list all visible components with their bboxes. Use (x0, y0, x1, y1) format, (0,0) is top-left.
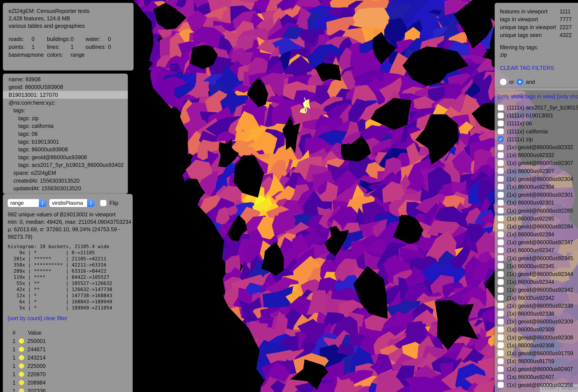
unchecked-checkbox[interactable] (498, 113, 504, 118)
unchecked-checkbox[interactable] (498, 311, 504, 316)
tag-checkbox-item[interactable]: (1x) 86000us92309 (498, 325, 578, 333)
unchecked-checkbox[interactable] (498, 350, 504, 356)
tag-checkbox-item[interactable]: (1x) 86000us92304 (498, 183, 578, 191)
feature-property-row[interactable]: tags: acs2017_5yr_b19013_86000us93402 (3, 161, 128, 169)
unchecked-checkbox[interactable] (498, 287, 504, 293)
feature-property-row[interactable]: tags: zip (3, 114, 128, 122)
value-list-row[interactable]: 1202336 (8, 387, 133, 392)
unchecked-checkbox[interactable] (498, 334, 504, 340)
unchecked-checkbox[interactable] (498, 120, 504, 126)
unchecked-checkbox[interactable] (498, 192, 504, 198)
feature-property-row[interactable]: geoid: 86000US93908 (3, 83, 128, 91)
unchecked-checkbox[interactable] (498, 295, 504, 301)
tag-checkbox-item[interactable]: (1x) geoid@86000us91759 (498, 349, 578, 357)
feature-property-row[interactable]: tags: geoid@86000us93908 (3, 153, 128, 161)
tag-checkbox-item[interactable]: (1x) 86000us92407 (498, 373, 578, 381)
feature-property-row[interactable]: tags: 06 (3, 130, 128, 138)
tag-checkbox-item[interactable]: (1x) geoid@86000us92284 (498, 223, 578, 230)
unchecked-checkbox[interactable] (498, 105, 504, 111)
tag-checkbox-item[interactable]: (1x) geoid@86000us92332 (498, 143, 578, 151)
unchecked-checkbox[interactable] (498, 128, 504, 134)
tag-checkbox-item[interactable]: (1x) 86000us92338 (498, 310, 578, 317)
value-list-row[interactable]: 1220970 (8, 370, 133, 378)
tag-checkbox-item[interactable]: (1x) geoid@86000us92301 (498, 191, 578, 199)
unchecked-checkbox[interactable] (498, 152, 504, 158)
tag-checkbox-item[interactable]: (1x) 86000us91759 (498, 357, 578, 365)
unchecked-checkbox[interactable] (498, 215, 504, 221)
unchecked-checkbox[interactable] (498, 263, 504, 269)
palette-select[interactable]: viridisPlasma ▴▾ (49, 199, 95, 207)
value-list-row[interactable]: 1250001 (8, 337, 133, 345)
unchecked-checkbox[interactable] (498, 366, 504, 372)
tag-checkbox-item[interactable]: (1x) geoid@86000us92342 (498, 286, 578, 294)
clear-filter-link[interactable]: clear filter (44, 315, 67, 321)
clear-tag-filters-link[interactable]: CLEAR TAG FILTERS (500, 64, 578, 72)
unchecked-checkbox[interactable] (498, 303, 504, 309)
value-list-row[interactable]: 1243214 (8, 353, 133, 362)
unchecked-checkbox[interactable] (498, 176, 504, 182)
unchecked-checkbox[interactable] (498, 342, 504, 348)
tag-checkbox-item[interactable]: (1x) geoid@86000us92285 (498, 206, 578, 214)
or-radio[interactable] (500, 78, 507, 85)
tag-checkbox-item[interactable]: (1x) 86000us92347 (498, 246, 578, 254)
unchecked-checkbox[interactable] (498, 208, 504, 214)
unchecked-checkbox[interactable] (498, 374, 504, 380)
tag-checkbox-item[interactable]: (1x) geoid@86000us92407 (498, 365, 578, 373)
only-show-tags-links[interactable]: [only show tags in view] [only show (498, 93, 578, 100)
tag-checkbox-item[interactable]: (1x) 86000us92285 (498, 215, 578, 223)
value-list-row[interactable]: 1225000 (8, 362, 133, 370)
unchecked-checkbox[interactable] (498, 255, 504, 261)
unchecked-checkbox[interactable] (498, 319, 504, 324)
tag-checkbox-item[interactable]: (1111x) 06 (498, 119, 578, 127)
tag-checkbox-item[interactable]: (1x) geoid@86000us92345 (498, 254, 578, 262)
tag-checkbox-item[interactable]: (1111x) california (498, 127, 578, 135)
flip-checkbox[interactable] (100, 200, 106, 206)
tag-checkbox-item[interactable]: (1x) geoid@86000us92304 (498, 175, 578, 183)
value-list-row[interactable]: 1208984 (8, 378, 133, 387)
tag-checkbox-item[interactable]: (1x) geoid@86000us92338 (498, 302, 578, 310)
unchecked-checkbox[interactable] (498, 358, 504, 364)
unchecked-checkbox[interactable] (498, 279, 504, 285)
tag-checkbox-item[interactable]: (1x) 86000us92301 (498, 199, 578, 206)
unchecked-checkbox[interactable] (498, 232, 504, 237)
checked-checkbox[interactable]: ✓ (498, 136, 504, 142)
feature-property-row[interactable]: tags: 86000us93908 (3, 145, 128, 153)
tag-checkbox-item[interactable]: (1x) geoid@86000us92344 (498, 270, 578, 278)
unchecked-checkbox[interactable] (498, 326, 504, 332)
feature-property-row[interactable]: tags: california (3, 122, 128, 130)
feature-property-row[interactable]: tags: (3, 106, 128, 114)
feature-property-row[interactable]: @ns:com:here:xyz: (3, 99, 128, 107)
tag-checkbox-item[interactable]: (1x) 86000us92344 (498, 278, 578, 286)
tag-checkbox-item[interactable]: ✓(1111x) zip (498, 135, 578, 143)
feature-property-row[interactable]: B19013001: 127070 (3, 91, 128, 99)
unchecked-checkbox[interactable] (498, 271, 504, 277)
tag-checkbox-item[interactable]: (1111x) b19013001 (498, 112, 578, 119)
sort-by-count-link[interactable]: [sort by count] (8, 315, 42, 321)
tag-checkbox-item[interactable]: (1x) 86000us92345 (498, 262, 578, 270)
feature-property-row[interactable]: space: eZl24gEM (3, 169, 128, 177)
feature-property-row[interactable]: updatedAt: 1556303013520 (3, 184, 128, 192)
unchecked-checkbox[interactable] (498, 200, 504, 206)
feature-property-row[interactable]: createdAt: 1556303013520 (3, 177, 128, 185)
value-list-row[interactable]: 1244671 (8, 345, 133, 353)
tag-checkbox-item[interactable]: (1x) geoid@86000us92347 (498, 238, 578, 246)
feature-property-row[interactable]: name: 93908 (3, 75, 128, 83)
tag-checkbox-item[interactable]: (1x) 86000us92308 (498, 341, 578, 349)
unchecked-checkbox[interactable] (498, 223, 504, 229)
and-radio[interactable] (517, 78, 523, 85)
unchecked-checkbox[interactable] (498, 239, 504, 245)
unchecked-checkbox[interactable] (498, 184, 504, 190)
unchecked-checkbox[interactable] (498, 247, 504, 253)
feature-property-row[interactable]: tags: b19013001 (3, 138, 128, 146)
unchecked-checkbox[interactable] (498, 382, 504, 388)
tag-checkbox-item[interactable]: (1x) 86000us92342 (498, 294, 578, 302)
tag-checkbox-item[interactable]: (1111x) acs2017_5yr_b19013_860 (498, 104, 578, 112)
tag-checkbox-item[interactable]: (1x) geoid@86000us92308 (498, 333, 578, 341)
color-mode-select[interactable]: range ▴▾ (8, 199, 46, 207)
tag-checkbox-item[interactable]: (1x) geoid@86000us92307 (498, 159, 578, 167)
unchecked-checkbox[interactable] (498, 160, 504, 166)
tag-checkbox-item[interactable]: (1x) 86000us92307 (498, 167, 578, 175)
tag-checkbox-item[interactable]: (1x) geoid@86000us92356 (498, 381, 578, 389)
tag-checkbox-item[interactable]: (1x) 86000us92332 (498, 151, 578, 159)
tag-checkbox-item[interactable]: (1x) geoid@86000us92309 (498, 317, 578, 325)
